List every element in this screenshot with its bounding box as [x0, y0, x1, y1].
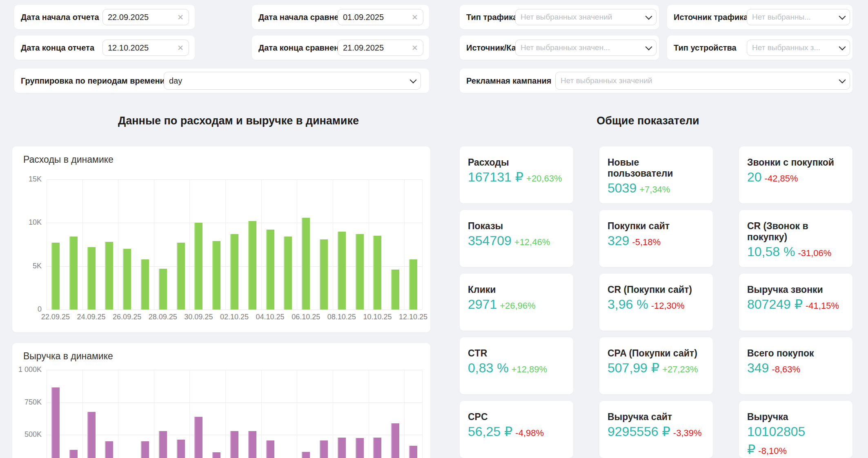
kpi-title: Расходы	[468, 157, 565, 168]
clear-icon[interactable]: ✕	[177, 44, 184, 52]
filter-time-grouping: Группировка по периодам времени day	[14, 69, 429, 93]
ad-campaign-select[interactable]: Нет выбранных значений	[555, 72, 850, 90]
select-placeholder: Нет выбранных значений	[561, 76, 652, 85]
y-axis-tick-label: 500K	[13, 430, 42, 439]
x-axis-tick-label: 24.09.25	[72, 313, 111, 321]
kpi-card: CR (Звонок в покупку)10,58 %-31,06%	[739, 210, 852, 267]
traffic-source-select[interactable]: Нет выбранны...	[747, 9, 850, 25]
compare-end-date-input[interactable]: 21.09.2025 ✕	[338, 40, 423, 56]
kpi-title: Клики	[468, 284, 565, 295]
bar[interactable]	[87, 412, 96, 458]
bar[interactable]	[141, 259, 149, 310]
kpi-value-line: 167131 ₽+20,63%	[468, 169, 565, 187]
bar[interactable]	[194, 417, 203, 458]
bar[interactable]	[105, 242, 113, 310]
bar[interactable]	[51, 387, 60, 458]
gridline-vertical	[225, 370, 226, 458]
y-axis-tick-label: 0	[13, 305, 42, 314]
filter-label: Тип трафика	[466, 13, 517, 22]
clear-icon[interactable]: ✕	[412, 13, 418, 21]
bar[interactable]	[230, 234, 238, 310]
gridline-vertical	[82, 370, 83, 458]
device-type-select[interactable]: Нет выбранных з...	[747, 40, 850, 56]
bar[interactable]	[409, 446, 417, 458]
kpi-value: 507,99 ₽	[608, 361, 659, 375]
dashboard-page: { "colors": { "kpi_value": "#29b6ab", "d…	[0, 0, 868, 458]
chevron-down-icon	[839, 13, 846, 20]
kpi-card: Звонки с покупкой20-42,85%	[739, 146, 852, 204]
bar[interactable]	[391, 423, 399, 458]
filter-traffic-type: Тип трафика Нет выбранных значений	[460, 5, 659, 29]
bar[interactable]	[266, 440, 274, 458]
bar[interactable]	[159, 431, 167, 458]
bar[interactable]	[177, 440, 185, 458]
kpi-delta: +26,96%	[500, 301, 535, 311]
kpi-value-line: 9295556 ₽-3,39%	[608, 424, 705, 442]
source-channel-select[interactable]: Нет выбранных значен...	[515, 40, 657, 56]
bar[interactable]	[69, 450, 78, 458]
kpi-value: 5039	[608, 181, 637, 195]
gridline-vertical	[47, 179, 47, 310]
filter-label: Дата конца отчета	[21, 43, 94, 53]
bar[interactable]	[177, 243, 185, 310]
compare-start-date-input[interactable]: 01.09.2025 ✕	[338, 9, 423, 25]
filter-label: Источник трафика	[674, 13, 748, 22]
bar[interactable]	[159, 269, 167, 310]
bar[interactable]	[284, 237, 292, 310]
bar[interactable]	[105, 441, 113, 458]
kpi-title: Выручка	[747, 412, 844, 423]
bar[interactable]	[302, 452, 310, 458]
gridline-vertical	[369, 179, 369, 310]
bar[interactable]	[69, 237, 78, 310]
traffic-type-select[interactable]: Нет выбранных значений	[515, 9, 657, 25]
gridline-vertical	[297, 179, 297, 310]
bar[interactable]	[356, 438, 364, 458]
bar[interactable]	[356, 234, 364, 310]
bar[interactable]	[320, 440, 328, 458]
kpi-value: 329	[608, 233, 629, 248]
bar[interactable]	[409, 259, 417, 310]
report-start-date-input[interactable]: 22.09.2025 ✕	[102, 9, 189, 25]
bar[interactable]	[141, 441, 149, 458]
bar[interactable]	[373, 438, 381, 458]
kpi-value: 20	[747, 170, 762, 184]
kpi-delta: -4,98%	[515, 428, 544, 438]
bar[interactable]	[266, 230, 274, 310]
x-axis-tick-label: 12.10.25	[394, 313, 433, 321]
gridline-vertical	[189, 370, 190, 458]
report-end-date-input[interactable]: 12.10.2025 ✕	[102, 40, 189, 56]
bar[interactable]	[338, 232, 346, 310]
time-grouping-select[interactable]: day	[164, 72, 421, 90]
bar[interactable]	[230, 431, 238, 458]
kpi-card: Выручка сайт9295556 ₽-3,39%	[599, 401, 713, 458]
kpi-value-line: 10,58 %-31,06%	[747, 244, 844, 262]
bar[interactable]	[212, 452, 220, 458]
date-value: 21.09.2025	[343, 43, 384, 53]
gridline-vertical	[422, 370, 423, 458]
kpi-card: Расходы167131 ₽+20,63%	[460, 146, 573, 204]
bar[interactable]	[51, 243, 60, 310]
bar[interactable]	[123, 249, 131, 310]
select-placeholder: Нет выбранны...	[752, 13, 811, 22]
clear-icon[interactable]: ✕	[412, 44, 418, 52]
bar[interactable]	[373, 236, 381, 310]
kpi-delta: +7,34%	[639, 184, 670, 195]
bar[interactable]	[87, 247, 96, 310]
bar[interactable]	[391, 270, 399, 310]
kpi-value-line: 0,83 %+12,89%	[468, 360, 565, 378]
bar[interactable]	[194, 223, 203, 310]
bar[interactable]	[212, 241, 220, 310]
bar[interactable]	[248, 221, 256, 310]
kpi-card: Новые пользователи5039+7,34%	[599, 146, 713, 204]
gridline-vertical	[369, 370, 369, 458]
filter-label: Тип устройства	[674, 43, 737, 53]
kpi-title: CPC	[468, 412, 565, 423]
bar[interactable]	[248, 431, 256, 458]
filter-label: Дата начала отчета	[21, 13, 99, 22]
clear-icon[interactable]: ✕	[177, 13, 184, 21]
bar[interactable]	[338, 438, 346, 458]
bar[interactable]	[302, 218, 310, 310]
filter-label: Рекламная кампания	[466, 76, 551, 86]
bar[interactable]	[320, 239, 328, 310]
gridline-horizontal	[47, 223, 422, 223]
